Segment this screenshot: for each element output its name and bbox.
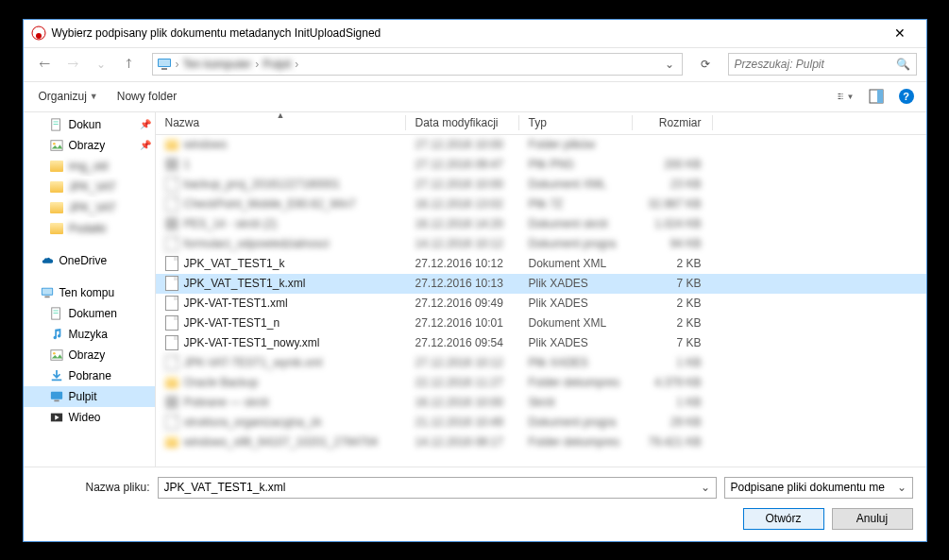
file-type: Plik PNG <box>519 158 633 171</box>
generic-icon <box>165 396 178 409</box>
file-name: PES_14 - skrót (2) <box>184 217 278 230</box>
file-pane: Nazwa▲ Data modyfikacji Typ Rozmiar wind… <box>156 112 926 467</box>
forward-button[interactable]: 🡒 <box>61 53 84 76</box>
filename-combobox[interactable]: ⌄ <box>158 477 717 499</box>
svg-rect-7 <box>838 98 840 99</box>
file-name: JPK-VAT-TEST1_n <box>184 316 280 330</box>
sidebar-item[interactable]: Wideo <box>24 407 155 428</box>
breadcrumb-item[interactable]: Pulpit <box>263 58 291 71</box>
folder-icon <box>165 377 178 388</box>
svg-rect-26 <box>51 379 61 381</box>
file-date: 27.12.2016 09:49 <box>406 297 519 310</box>
column-header-date[interactable]: Data modyfikacji <box>406 112 519 134</box>
file-row[interactable]: windows_x86_64107_10201_278470414.12.201… <box>156 433 926 452</box>
column-header-size[interactable]: Rozmiar <box>633 112 713 134</box>
sidebar-item[interactable]: Dokun📌 <box>24 114 155 135</box>
svg-rect-9 <box>841 95 842 96</box>
file-size: 94 KB <box>633 237 713 250</box>
app-icon <box>31 25 46 41</box>
file-type: Plik XADES <box>519 277 633 290</box>
file-row[interactable]: formularz_odpowiedzialnosci14.12.2016 10… <box>156 234 926 254</box>
file-type: Plik XADES <box>519 297 633 310</box>
navigation-sidebar: Dokun📌Obrazy📌img_oldJPK_VATJPK_VATPodatk… <box>24 112 156 467</box>
sidebar-item[interactable]: JPK_VAT <box>24 177 155 197</box>
file-row[interactable]: JPK_VAT_TEST1_k27.12.2016 10:12Dokument … <box>156 254 926 274</box>
file-row[interactable]: JPK-VAT-TEST1_nowy.xml27.12.2016 09:54Pl… <box>156 333 926 353</box>
sidebar-item[interactable]: JPK_VAT <box>24 197 155 218</box>
help-button[interactable]: ? <box>898 88 915 105</box>
file-open-dialog: Wybierz podpisany plik dokumentu metadan… <box>23 19 927 542</box>
open-button[interactable]: Otwórz <box>743 508 824 530</box>
recent-dropdown[interactable]: ⌄ <box>90 53 112 76</box>
file-list[interactable]: windows27.12.2016 10:00Folder plików127.… <box>156 135 926 467</box>
file-row[interactable]: PES_14 - skrót (2)16.12.2016 14:20Dokume… <box>156 214 926 234</box>
svg-rect-16 <box>50 140 61 150</box>
organize-menu[interactable]: Organizuj▼ <box>39 90 98 103</box>
file-row[interactable]: JPK-VAT-TEST1_wynik.xml27.12.2016 10:12P… <box>156 353 926 373</box>
close-button[interactable]: ✕ <box>881 20 919 46</box>
sidebar-item-onedrive[interactable]: OneDrive <box>24 250 155 271</box>
file-row[interactable]: windows27.12.2016 10:00Folder plików <box>156 135 926 155</box>
view-options-button[interactable]: ▼ <box>838 88 855 105</box>
file-size: 2 KB <box>633 316 713 330</box>
svg-rect-22 <box>53 310 58 311</box>
file-icon <box>165 335 178 350</box>
svg-point-17 <box>53 142 56 144</box>
up-button[interactable]: 🡑 <box>118 53 141 76</box>
svg-rect-15 <box>53 124 58 125</box>
file-date: 21.12.2016 10:49 <box>406 416 519 429</box>
preview-pane-button[interactable] <box>868 88 885 105</box>
sidebar-item[interactable]: Obrazy📌 <box>24 135 155 156</box>
sidebar-item[interactable]: Pobrane <box>24 365 155 386</box>
sidebar-item-thispc[interactable]: Ten kompu <box>24 282 155 303</box>
svg-rect-14 <box>53 121 58 122</box>
file-row[interactable]: struktura_organizacyjna_zk21.12.2016 10:… <box>156 413 926 433</box>
column-header-name[interactable]: Nazwa▲ <box>156 112 406 134</box>
sidebar-item[interactable]: Pulpit <box>24 386 155 407</box>
address-bar[interactable]: › Ten komputer › Pulpit › ⌄ <box>152 53 683 76</box>
sidebar-item[interactable]: Dokumen <box>24 303 155 324</box>
sidebar-item[interactable]: Podatki <box>24 218 155 239</box>
search-input[interactable] <box>735 58 896 71</box>
file-row[interactable]: JPK-VAT-TEST1_n27.12.2016 10:01Dokument … <box>156 314 926 333</box>
file-row[interactable]: JPK_VAT_TEST1_k.xml27.12.2016 10:13Plik … <box>156 274 926 294</box>
file-type-filter[interactable]: Podpisane pliki dokumentu me ⌄ <box>724 477 913 499</box>
file-type: Dokument skrót <box>519 217 633 230</box>
file-icon <box>165 236 178 251</box>
file-size: 2 KB <box>633 297 713 310</box>
file-row[interactable]: Oracle Backup22.12.2016 11:27Folder deko… <box>156 373 926 393</box>
file-row[interactable]: backup_proj_2016122718000127.12.2016 10:… <box>156 175 926 195</box>
cancel-button[interactable]: Anuluj <box>832 508 913 530</box>
file-date: 27.12.2016 09:47 <box>406 158 519 171</box>
file-name: JPK-VAT-TEST1_nowy.xml <box>184 336 320 349</box>
file-icon <box>165 196 178 212</box>
file-row[interactable]: CheckPoint_Mobile_E80.62_Win716.12.2016 … <box>156 195 926 214</box>
file-type: Dokument XML <box>519 257 633 270</box>
sidebar-item[interactable]: img_old <box>24 156 155 177</box>
address-dropdown[interactable]: ⌄ <box>661 58 678 71</box>
chevron-down-icon[interactable]: ⌄ <box>701 481 710 494</box>
file-row[interactable]: Pobrane — skrót16.12.2016 10:00Skrót1 KB <box>156 393 926 413</box>
back-button[interactable]: 🡐 <box>33 53 56 76</box>
folder-icon <box>165 139 178 150</box>
file-row[interactable]: 127.12.2016 09:47Plik PNG200 KB <box>156 155 926 175</box>
filter-label: Podpisane pliki dokumentu me <box>731 481 885 494</box>
svg-rect-5 <box>838 93 840 94</box>
breadcrumb-item[interactable]: Ten komputer <box>183 58 252 71</box>
file-type: Plik XADES <box>519 356 633 369</box>
filename-input[interactable] <box>164 481 701 494</box>
search-box[interactable]: 🔍 <box>728 53 917 76</box>
generic-icon <box>165 217 178 230</box>
sidebar-item[interactable]: Muzyka <box>24 324 155 345</box>
file-name: backup_proj_20161227180001 <box>184 178 341 191</box>
file-row[interactable]: JPK-VAT-TEST1.xml27.12.2016 09:49Plik XA… <box>156 294 926 314</box>
file-size: 79.421 KB <box>633 435 713 449</box>
new-folder-button[interactable]: Nowy folder <box>117 90 177 103</box>
refresh-button[interactable]: ⟳ <box>694 53 717 76</box>
sidebar-item[interactable]: Obrazy <box>24 345 155 365</box>
file-name: CheckPoint_Mobile_E80.62_Win7 <box>184 197 356 211</box>
file-size: 1 KB <box>633 396 713 409</box>
column-headers: Nazwa▲ Data modyfikacji Typ Rozmiar <box>156 112 926 135</box>
pin-icon: 📌 <box>140 119 151 129</box>
column-header-type[interactable]: Typ <box>519 112 633 134</box>
